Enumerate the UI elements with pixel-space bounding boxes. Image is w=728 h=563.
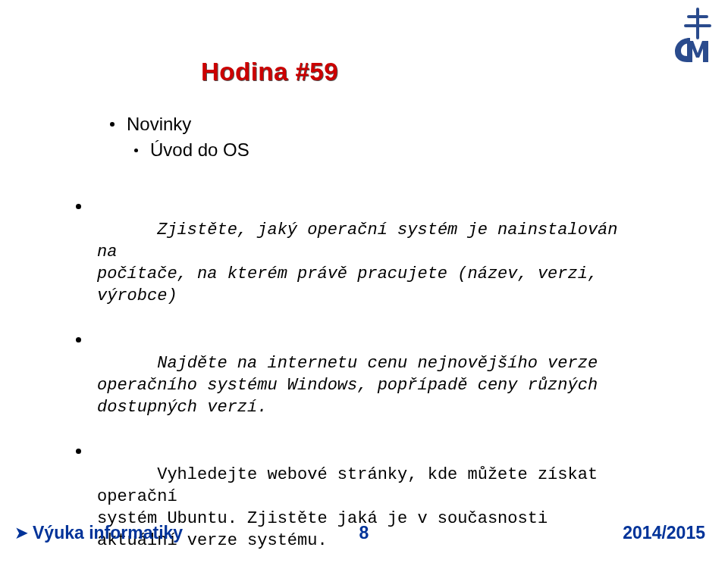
bullet-icon [110, 122, 115, 127]
list-item-label: Úvod do OS [150, 139, 249, 160]
list-item: Úvod do OS [134, 139, 249, 161]
footer-left: ➤Výuka informatiky [15, 523, 183, 543]
bullet-icon [76, 337, 81, 342]
slide-page: Hodina #59 Novinky Úvod do OS Zjistěte, … [0, 0, 728, 563]
footer-year: 2014/2015 [623, 523, 705, 543]
task-item: Najděte na internetu cenu nejnovějšího v… [70, 330, 637, 440]
footer-left-text: Výuka informatiky [33, 523, 183, 543]
task-item: Vyhledejte webové stránky, kde můžete zí… [70, 442, 637, 563]
slide-title: Hodina #59 [201, 58, 338, 86]
list-item-label: Novinky [127, 114, 191, 134]
chevron-right-icon: ➤ [15, 524, 28, 542]
task-item: Zjistěte, jaký operační systém je nainst… [70, 197, 637, 329]
topic-list: Novinky Úvod do OS [110, 114, 249, 165]
bullet-icon [76, 449, 81, 454]
list-item: Novinky [110, 114, 249, 135]
bullet-icon [76, 204, 81, 209]
footer: ➤Výuka informatiky 8 2014/2015 [0, 521, 728, 543]
bullet-icon [134, 149, 138, 152]
task-list: Zjistěte, jaký operační systém je nainst… [70, 197, 637, 563]
page-number: 8 [359, 523, 369, 543]
task-text: Najděte na internetu cenu nejnovějšího v… [97, 354, 598, 417]
logo-cm-icon [675, 8, 717, 62]
task-text: Zjistěte, jaký operační systém je nainst… [97, 221, 628, 305]
